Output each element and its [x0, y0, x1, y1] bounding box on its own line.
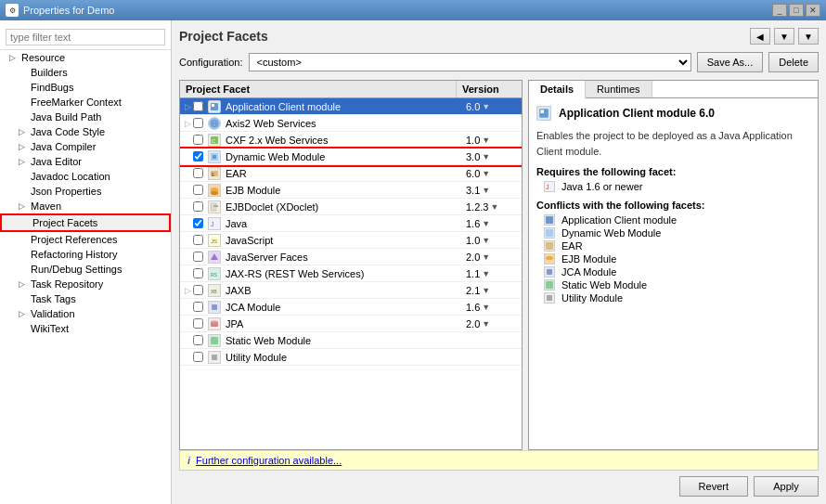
sidebar-item-java-code-style[interactable]: ▷ Java Code Style — [0, 124, 171, 139]
facet-check[interactable]: ▷ — [180, 185, 208, 195]
facet-check[interactable]: ▷ — [180, 318, 208, 329]
table-row[interactable]: ▷ EJBDoclet (XDoclet) 1.2.3 ▼ — [180, 199, 522, 215]
sidebar-item-maven[interactable]: ▷ Maven — [0, 199, 171, 213]
sidebar-item-project-facets[interactable]: Project Facets — [0, 213, 171, 232]
maximize-button[interactable]: □ — [789, 4, 804, 17]
svg-rect-35 — [547, 295, 552, 301]
sidebar-item-findbugs[interactable]: FindBugs — [0, 80, 171, 95]
facet-icon-java: J — [208, 217, 221, 230]
facet-icon-jpa — [208, 317, 221, 330]
sidebar-item-json-props[interactable]: Json Properties — [0, 184, 171, 199]
nav-forward2-button[interactable]: ▼ — [798, 28, 819, 45]
facet-name: JAXB — [224, 284, 466, 297]
table-row[interactable]: ▷ JCA Module 1.6 ▼ — [180, 299, 522, 316]
table-row[interactable]: ▷ C CXF 2.x Web Services 1.0 ▼ — [180, 132, 522, 149]
facet-check[interactable]: ▷ — [180, 151, 208, 162]
facet-check[interactable]: ▷ — [180, 335, 208, 345]
table-row[interactable]: ▷ RS JAX-RS (REST Web Services) 1.1 ▼ — [180, 265, 522, 282]
facet-checkbox[interactable] — [193, 268, 203, 278]
facet-check[interactable]: ▷ — [180, 235, 208, 245]
table-row[interactable]: ▷ Static Web Module — [180, 332, 522, 349]
sidebar-item-freemarker[interactable]: FreeMarker Context — [0, 95, 171, 110]
req-item-icon: J — [544, 181, 555, 192]
facet-checkbox[interactable] — [193, 151, 203, 162]
facet-check[interactable]: ▷ — [180, 302, 208, 312]
delete-button[interactable]: Delete — [768, 52, 819, 72]
facet-check[interactable]: ▷ — [180, 168, 208, 178]
facet-check[interactable]: ▷ — [180, 118, 208, 128]
facet-checkbox[interactable] — [193, 302, 203, 312]
facet-icon-ejbdoclet — [208, 200, 221, 213]
close-button[interactable]: ✕ — [806, 4, 820, 17]
facet-check[interactable]: ▷ — [180, 218, 208, 228]
facet-checkbox[interactable] — [193, 318, 203, 329]
facet-scroll-area[interactable]: ▷ Application Client module 6.0 ▼ ▷ — [180, 98, 522, 449]
sidebar-item-run-debug[interactable]: Run/Debug Settings — [0, 262, 171, 277]
sidebar-item-wikitext[interactable]: WikiText — [0, 321, 171, 336]
sidebar-item-label: Json Properties — [31, 186, 101, 197]
sidebar-item-resource[interactable]: ▷ Resource — [0, 50, 171, 65]
facet-checkbox[interactable] — [193, 235, 203, 245]
sidebar-item-task-tags[interactable]: Task Tags — [0, 291, 171, 306]
table-row[interactable]: ▷ Dynamic Web Module 3.0 ▼ — [180, 149, 522, 165]
facet-checkbox[interactable] — [193, 201, 203, 212]
save-as-button[interactable]: Save As... — [697, 52, 764, 72]
facet-name: JavaScript — [224, 234, 466, 247]
facet-checkbox[interactable] — [193, 352, 203, 362]
facet-checkbox[interactable] — [193, 335, 203, 345]
table-row[interactable]: ▷ J Java 1.6 ▼ — [180, 215, 522, 232]
facet-check[interactable]: ▷ — [180, 101, 208, 111]
facet-checkbox[interactable] — [193, 168, 203, 178]
table-row[interactable]: ▷ JPA 2.0 ▼ — [180, 316, 522, 332]
sidebar-item-validation[interactable]: ▷ Validation — [0, 306, 171, 321]
list-item: Utility Module — [536, 292, 810, 304]
facet-checkbox[interactable] — [193, 135, 203, 145]
facet-check[interactable]: ▷ — [180, 252, 208, 262]
sidebar-item-builders[interactable]: Builders — [0, 65, 171, 80]
further-config-link[interactable]: Further configuration available... — [196, 455, 342, 466]
details-requires: Requires the following facet: J Java 1.6… — [536, 166, 810, 192]
table-row[interactable]: ▷ Application Client module 6.0 ▼ — [180, 98, 522, 115]
sidebar-item-java-compiler[interactable]: ▷ Java Compiler — [0, 139, 171, 154]
sidebar-item-label: Refactoring History — [31, 249, 118, 260]
table-row[interactable]: ▷ Axis2 Web Services — [180, 115, 522, 132]
table-row[interactable]: ▷ XB JAXB 2.1 ▼ — [180, 282, 522, 299]
apply-button[interactable]: Apply — [754, 476, 819, 497]
facet-checkbox[interactable] — [193, 218, 203, 228]
sidebar-filter-input[interactable] — [6, 29, 165, 45]
svg-point-13 — [211, 191, 218, 195]
facet-check[interactable]: ▷ — [180, 201, 208, 212]
facet-check[interactable]: ▷ — [180, 268, 208, 278]
facet-check[interactable]: ▷ — [180, 135, 208, 145]
sidebar-item-project-refs[interactable]: Project References — [0, 232, 171, 247]
config-select[interactable]: <custom> — [249, 53, 691, 71]
details-panel: Details Runtimes Application Client modu… — [528, 80, 819, 450]
facet-checkbox[interactable] — [193, 118, 203, 128]
facet-checkbox[interactable] — [193, 252, 203, 262]
table-row[interactable]: ▷ Utility Module — [180, 349, 522, 366]
tab-details[interactable]: Details — [529, 81, 586, 98]
sidebar-item-java-build-path[interactable]: Java Build Path — [0, 110, 171, 124]
tab-runtimes[interactable]: Runtimes — [586, 81, 652, 97]
table-row[interactable]: ▷ JS JavaScript 1.0 ▼ — [180, 232, 522, 249]
conflict-label: Static Web Module — [561, 279, 647, 291]
facet-checkbox[interactable] — [193, 285, 203, 295]
expand-tri: ▷ — [185, 252, 191, 262]
facet-checkbox[interactable] — [193, 185, 203, 195]
details-title-icon — [536, 106, 551, 121]
nav-back-button[interactable]: ◀ — [750, 28, 770, 45]
sidebar-item-task-repo[interactable]: ▷ Task Repository — [0, 277, 171, 291]
facet-check[interactable]: ▷ — [180, 352, 208, 362]
table-row[interactable]: ▷ EJB Module 3.1 ▼ — [180, 182, 522, 199]
facet-check[interactable]: ▷ — [180, 285, 208, 295]
minimize-button[interactable]: _ — [772, 4, 787, 17]
sidebar-item-refactoring[interactable]: Refactoring History — [0, 247, 171, 262]
nav-forward-button[interactable]: ▼ — [774, 28, 794, 45]
table-row[interactable]: ▷ E EAR 6.0 ▼ — [180, 165, 522, 182]
revert-button[interactable]: Revert — [679, 476, 748, 497]
sidebar-item-javadoc[interactable]: Javadoc Location — [0, 169, 171, 184]
list-item: EJB Module — [536, 253, 810, 265]
sidebar-item-java-editor[interactable]: ▷ Java Editor — [0, 154, 171, 169]
facet-checkbox[interactable] — [193, 101, 203, 111]
table-row[interactable]: ▷ JavaServer Faces 2.0 ▼ — [180, 249, 522, 265]
